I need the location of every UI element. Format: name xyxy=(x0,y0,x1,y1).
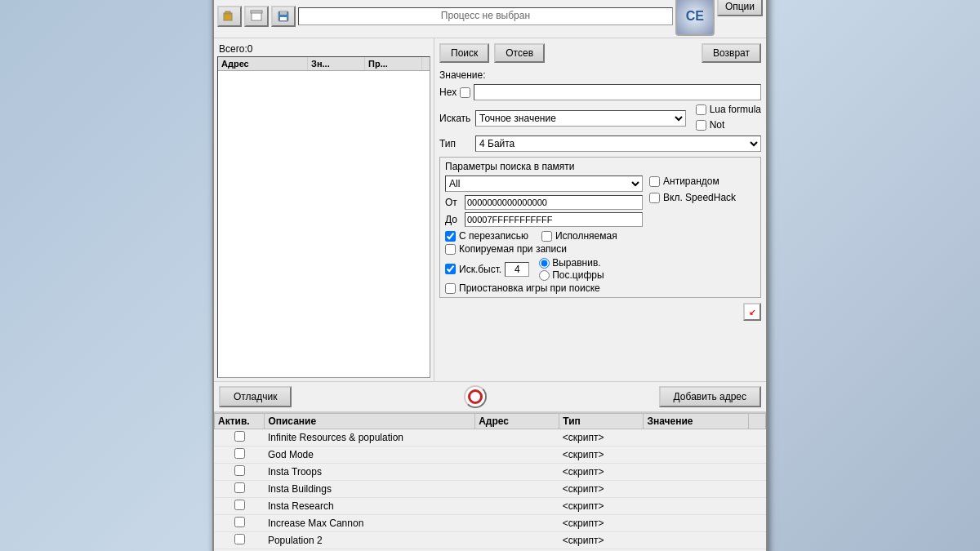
table-row[interactable]: Increase Max Cannon <скрипт> xyxy=(215,515,766,532)
type-cell: <скрипт> xyxy=(559,498,644,515)
search-type-label: Искать xyxy=(439,113,472,124)
col-value-header2: Значение xyxy=(644,414,749,429)
active-checkbox[interactable] xyxy=(234,482,245,493)
align-label: Выравнив. xyxy=(552,257,600,269)
table-row[interactable]: God Mode <скрипт> xyxy=(215,447,766,464)
ce-logo: CE xyxy=(675,0,715,36)
align-radio-row: Выравнив. xyxy=(539,257,604,269)
table-row[interactable]: Insta Troops <скрипт> xyxy=(215,464,766,481)
align-options: Выравнив. Пос.цифры xyxy=(539,257,604,281)
from-input[interactable] xyxy=(465,195,643,210)
active-cell[interactable] xyxy=(215,532,265,549)
open-button[interactable] xyxy=(217,6,242,27)
address-table-container: Актив. Описание Адрес Тип Значение Infin… xyxy=(214,412,766,551)
value-cell xyxy=(644,515,749,532)
scrollbar-spacer xyxy=(749,464,766,481)
address-cell xyxy=(475,447,559,464)
value-cell xyxy=(644,447,749,464)
executable-label: Исполняемая xyxy=(555,230,617,242)
stop-circle-icon xyxy=(468,389,483,404)
lua-formula-checkbox[interactable] xyxy=(696,104,706,115)
arrow-button[interactable]: ↙ xyxy=(743,303,761,321)
scrollbar-col xyxy=(749,414,766,429)
value-input[interactable] xyxy=(474,84,761,100)
bottom-buttons-bar: Отладчик Добавить адрес xyxy=(214,381,766,412)
return-button[interactable]: Возврат xyxy=(702,43,761,63)
active-cell[interactable] xyxy=(215,498,265,515)
active-checkbox[interactable] xyxy=(234,517,245,527)
add-address-button[interactable]: Добавить адрес xyxy=(659,386,761,407)
debugger-button[interactable]: Отладчик xyxy=(219,386,292,407)
description-cell: Insta Troops xyxy=(265,464,475,481)
scrollbar-spacer xyxy=(749,429,766,447)
active-checkbox[interactable] xyxy=(234,534,245,544)
col-previous-header: Пр... xyxy=(365,57,422,70)
address-cell xyxy=(475,429,559,447)
active-cell[interactable] xyxy=(215,481,265,498)
last-digits-label: Пос.цифры xyxy=(552,269,604,281)
hex-row: Hex xyxy=(439,84,761,100)
last-digits-radio-row: Пос.цифры xyxy=(539,269,604,281)
description-cell: God Mode xyxy=(265,447,475,464)
table-row[interactable]: Population 2 <скрипт> xyxy=(215,532,766,549)
search-type-combo[interactable]: Точное значение xyxy=(475,110,686,127)
main-content: Всего:0 Адрес Зн... Пр... Поиск Отсев Во… xyxy=(214,38,766,381)
memory-right-form: Антирандом Вкл. SpeedHack xyxy=(649,176,755,294)
search-button[interactable]: Поиск xyxy=(439,43,489,63)
fast-scan-checkbox[interactable] xyxy=(445,264,456,274)
stop-button[interactable] xyxy=(464,385,487,408)
from-label: От xyxy=(445,197,461,208)
type-combo[interactable]: 4 Байта xyxy=(475,136,761,152)
copyable-checkbox[interactable] xyxy=(445,244,456,255)
fast-scan-input[interactable] xyxy=(505,262,529,277)
memory-range-combo[interactable]: All xyxy=(445,176,643,192)
rewrite-checkbox[interactable] xyxy=(445,231,456,242)
active-cell[interactable] xyxy=(215,447,265,464)
pause-checkbox[interactable] xyxy=(445,283,456,294)
executable-checkbox[interactable] xyxy=(541,231,552,242)
address-cell xyxy=(475,481,559,498)
left-panel: Всего:0 Адрес Зн... Пр... xyxy=(214,38,434,381)
active-cell[interactable] xyxy=(215,429,265,447)
copyable-row: Копируемая при записи xyxy=(445,243,643,255)
active-cell[interactable] xyxy=(215,515,265,532)
save-button[interactable] xyxy=(271,6,296,27)
active-checkbox[interactable] xyxy=(234,448,245,459)
scrollbar-spacer xyxy=(749,481,766,498)
hex-checkbox[interactable] xyxy=(460,87,470,98)
last-digits-radio[interactable] xyxy=(539,270,550,281)
active-checkbox[interactable] xyxy=(234,465,245,476)
copyable-label: Копируемая при записи xyxy=(459,243,567,255)
speed-hack-row: Вкл. SpeedHack xyxy=(649,192,755,203)
options-button[interactable]: Опции xyxy=(717,0,763,16)
scrollbar-spacer xyxy=(749,447,766,464)
address-cell xyxy=(475,464,559,481)
to-input[interactable] xyxy=(465,212,643,227)
anti-random-checkbox[interactable] xyxy=(649,176,660,187)
address-table: Актив. Описание Адрес Тип Значение Infin… xyxy=(214,413,766,551)
value-cell xyxy=(644,481,749,498)
active-checkbox[interactable] xyxy=(234,431,245,442)
col-type-header: Тип xyxy=(559,414,644,429)
table-row[interactable]: Infinite Resources & population <скрипт> xyxy=(215,429,766,447)
process-bar[interactable]: Процесс не выбран xyxy=(298,7,673,25)
table-row[interactable]: Insta Buildings <скрипт> xyxy=(215,481,766,498)
lua-formula-label: Lua formula xyxy=(710,104,761,115)
active-cell[interactable] xyxy=(215,464,265,481)
pause-label: Приостановка игры при поиске xyxy=(459,282,600,294)
description-cell: Increase Max Cannon xyxy=(265,515,475,532)
toolbar-row: Процесс не выбран CE Опции xyxy=(214,0,766,38)
value-cell xyxy=(644,498,749,515)
value-cell xyxy=(644,429,749,447)
speed-hack-checkbox[interactable] xyxy=(649,193,660,203)
screenshot-button[interactable] xyxy=(244,6,269,27)
not-checkbox[interactable] xyxy=(696,120,706,131)
filter-button[interactable]: Отсев xyxy=(494,43,545,63)
align-radio[interactable] xyxy=(539,258,550,269)
table-row[interactable]: Insta Research <скрипт> xyxy=(215,498,766,515)
type-cell: <скрипт> xyxy=(559,515,644,532)
address-table-header-row: Актив. Описание Адрес Тип Значение xyxy=(215,414,766,429)
active-checkbox[interactable] xyxy=(234,500,245,510)
svg-rect-5 xyxy=(280,17,287,20)
description-cell: Population 2 xyxy=(265,532,475,549)
